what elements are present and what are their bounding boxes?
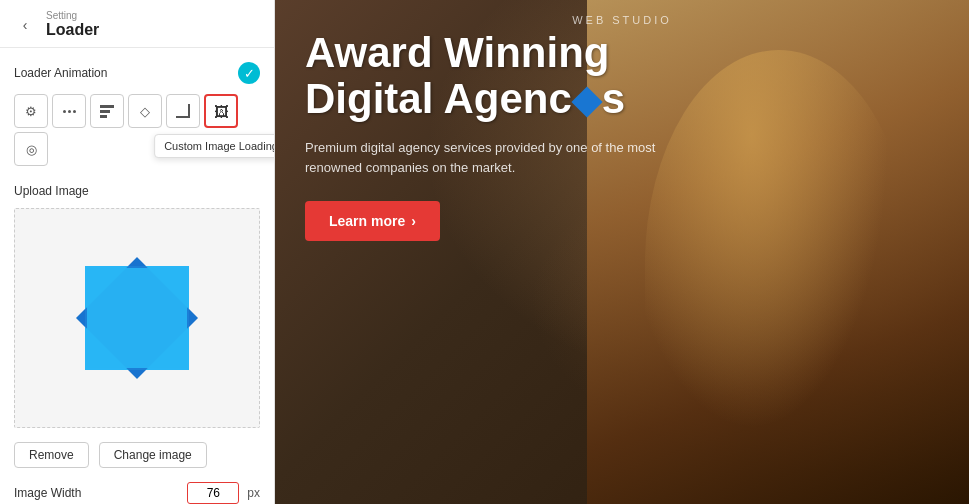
learn-more-label: Learn more: [329, 213, 405, 229]
diamond-icon: ◇: [140, 104, 150, 119]
change-image-button[interactable]: Change image: [99, 442, 207, 468]
anim-icon-circle[interactable]: ◎: [14, 132, 48, 166]
preview-description: Premium digital agency services provided…: [305, 138, 665, 177]
heading-line1: Award Winning: [305, 29, 610, 76]
image-icon: 🖼: [214, 103, 229, 120]
left-panel: ‹ Setting Loader Loader Animation ✓ ⚙: [0, 0, 275, 504]
diamond-inline: [571, 87, 602, 118]
svg-rect-3: [87, 268, 187, 368]
setting-label: Setting: [46, 10, 99, 21]
anim-icon-diamond[interactable]: ◇: [128, 94, 162, 128]
anim-icon-dots[interactable]: [52, 94, 86, 128]
header-text: Setting Loader: [46, 10, 99, 39]
corner-icon: [176, 104, 190, 118]
preview-subtitle: Web Studio: [305, 14, 939, 26]
bars-icon: [100, 105, 114, 118]
px-label: px: [247, 486, 260, 500]
remove-button[interactable]: Remove: [14, 442, 89, 468]
back-button[interactable]: ‹: [14, 14, 36, 36]
anim-icon-gear[interactable]: ⚙: [14, 94, 48, 128]
gear-icon: ⚙: [25, 104, 37, 119]
right-preview: Web Studio Award Winning Digital Agencs …: [275, 0, 969, 504]
panel-header: ‹ Setting Loader: [0, 0, 274, 48]
dots-icon: [63, 110, 76, 113]
heading-line2: Digital Agenc: [305, 75, 572, 122]
preview-content: Web Studio Award Winning Digital Agencs …: [275, 0, 969, 504]
upload-image-label: Upload Image: [14, 184, 260, 198]
image-width-section: Image Width px: [0, 482, 274, 504]
heading-suffix: s: [602, 75, 625, 122]
preview-heading: Award Winning Digital Agencs: [305, 30, 939, 122]
image-buttons: Remove Change image: [14, 442, 260, 468]
loader-animation-section: Loader Animation ✓ ⚙ ◇: [0, 48, 274, 482]
loader-animation-label: Loader Animation ✓: [14, 62, 260, 84]
image-width-label: Image Width: [14, 486, 179, 500]
anim-icon-corner[interactable]: [166, 94, 200, 128]
animation-icons-row: ⚙ ◇ 🖼: [14, 94, 260, 166]
image-width-input[interactable]: [187, 482, 239, 504]
check-icon: ✓: [238, 62, 260, 84]
loader-title: Loader: [46, 21, 99, 39]
arrow-icon: ›: [411, 213, 416, 229]
image-preview-area: [14, 208, 260, 428]
star-preview-image: [57, 238, 217, 398]
learn-more-button[interactable]: Learn more ›: [305, 201, 440, 241]
anim-icon-bars[interactable]: [90, 94, 124, 128]
anim-icon-image[interactable]: 🖼 Custom Image Loading: [204, 94, 238, 128]
tooltip-custom-image: Custom Image Loading: [154, 134, 275, 158]
circle-icon: ◎: [26, 142, 37, 157]
